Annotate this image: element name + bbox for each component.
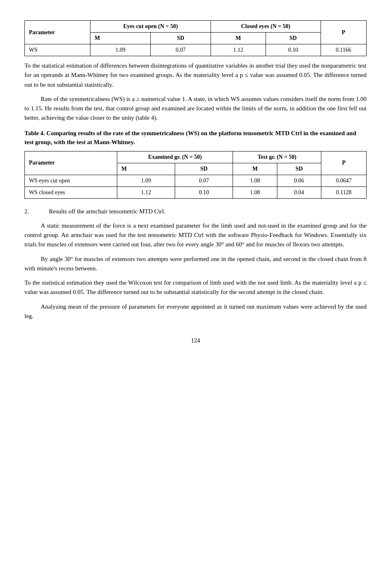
row2-sd1: 0.07 xyxy=(175,175,233,186)
row2-p: 0.0647 xyxy=(321,175,367,186)
section-heading-text: Results off the armchair tensometric MTD… xyxy=(49,207,165,216)
row3-m2: 1.08 xyxy=(233,186,277,198)
table1-col1-header: Parameter xyxy=(25,21,90,44)
table2-sub-sd2: SD xyxy=(277,163,321,175)
table1-col3-header: Closed eyes (N = 50) xyxy=(211,21,321,33)
table-caption-rest: Comparing results of the rate of the sym… xyxy=(24,130,356,146)
section-2-heading: 2. Results off the armchair tensometric … xyxy=(24,207,367,216)
table1-col2-header: Eyes cut open (N = 50) xyxy=(90,21,211,33)
row2-m2: 1.08 xyxy=(233,175,277,186)
row1-m2: 1.12 xyxy=(211,44,266,56)
row1-sd1: 0.07 xyxy=(151,44,211,56)
table2-col3-header: Test gr. (N = 50) xyxy=(233,151,321,163)
table1-sub-m1: M xyxy=(90,33,151,44)
table-caption: Table 4. Comparing results of the rate o… xyxy=(24,129,367,147)
table2-col2-header: Examined gr. (N = 50) xyxy=(117,151,233,163)
table-2: Parameter Examined gr. (N = 50) Test gr.… xyxy=(24,151,367,199)
section2-paragraph-4: Analyzing mean of the pressure of parame… xyxy=(24,302,367,321)
row1-m1: 1.09 xyxy=(90,44,151,56)
section2-paragraph-2: By angle 30° for muscles of extensors tw… xyxy=(24,255,367,274)
row3-sd1: 0.10 xyxy=(175,186,233,198)
paragraph-2: Rate of the symmetricalness (WS) is a ≥ … xyxy=(24,94,367,123)
table1-col4-header: P xyxy=(321,21,366,44)
table-row: WS 1.09 0.07 1.12 0.10 0.1166 xyxy=(25,44,367,56)
table1-sub-sd2: SD xyxy=(266,33,321,44)
table-1: Parameter Eyes cut open (N = 50) Closed … xyxy=(24,20,367,56)
table2-sub-m1: M xyxy=(117,163,175,175)
table2-sub-m2: M xyxy=(233,163,277,175)
row2-sd2: 0.06 xyxy=(277,175,321,186)
row1-sd2: 0.10 xyxy=(266,44,321,56)
row3-param: WS closed eyes xyxy=(25,186,117,198)
row3-p: 0.1128 xyxy=(321,186,367,198)
table-row: WS closed eyes 1.12 0.10 1.08 0.04 0.112… xyxy=(25,186,367,198)
row2-param: WS eyes cut open xyxy=(25,175,117,186)
page-content: Parameter Eyes cut open (N = 50) Closed … xyxy=(24,20,367,344)
row3-sd2: 0.04 xyxy=(277,186,321,198)
section-number: 2. xyxy=(24,207,37,216)
section2-paragraph-1: A static measurement of the force is a n… xyxy=(24,221,367,250)
paragraph-1: To the statistical estimation of differe… xyxy=(24,61,367,90)
section2-paragraph-3: To the statistical estimation they used … xyxy=(24,278,367,297)
table1-sub-m2: M xyxy=(211,33,266,44)
table-caption-bold: Table 4. xyxy=(24,130,45,136)
row1-param: WS xyxy=(25,44,90,56)
row1-p: 0.1166 xyxy=(321,44,366,56)
table2-col4-header: P xyxy=(321,151,367,175)
row3-m1: 1.12 xyxy=(117,186,175,198)
table2-col1-header: Parameter xyxy=(25,151,117,175)
table-row: WS eyes cut open 1.09 0.07 1.08 0.06 0.0… xyxy=(25,175,367,186)
table1-sub-sd1: SD xyxy=(151,33,211,44)
row2-m1: 1.09 xyxy=(117,175,175,186)
page-number: 124 xyxy=(24,337,367,344)
table2-sub-sd1: SD xyxy=(175,163,233,175)
